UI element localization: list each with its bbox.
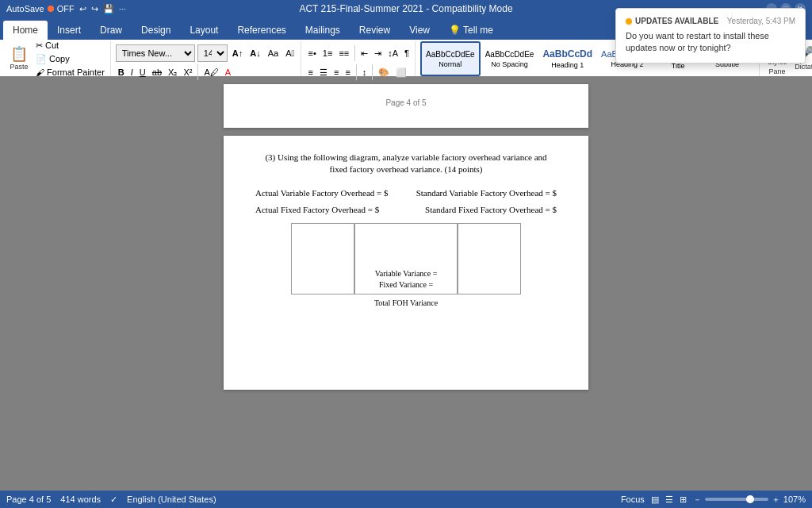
- zoom-slider[interactable]: [705, 498, 768, 501]
- strikethrough-button[interactable]: ab: [150, 64, 164, 81]
- save-icon[interactable]: 💾: [103, 4, 114, 14]
- paragraph-group: ≡• 1≡ ≡≡ ⇤ ⇥ ↕A ¶ ≡ ☰ ≡ ≡ ↕ 🎨 ⬜: [303, 41, 416, 76]
- title-bar-left: AutoSave OFF ↩ ↪ 💾 ···: [6, 4, 126, 14]
- bold-button[interactable]: B: [116, 64, 127, 81]
- question-text: (3) Using the following diagram, analyze…: [255, 152, 557, 176]
- shading-button[interactable]: 🎨: [376, 64, 392, 81]
- line-spacing-button[interactable]: ↕: [360, 64, 370, 81]
- redo-icon[interactable]: ↪: [91, 4, 98, 14]
- align-left-button[interactable]: ≡: [306, 64, 316, 81]
- change-case-button[interactable]: Aa: [266, 44, 281, 62]
- underline-button[interactable]: U: [137, 64, 148, 81]
- undo-icon[interactable]: ↩: [79, 4, 86, 14]
- document-page[interactable]: (3) Using the following diagram, analyze…: [224, 136, 588, 390]
- more-icon[interactable]: ···: [119, 4, 126, 13]
- variable-variance-label: Variable Variance =: [375, 268, 438, 279]
- doc-title-text: ACT 215-Final-Summer 2021 - Compatibilit…: [299, 3, 512, 14]
- superscript-button[interactable]: X²: [181, 64, 194, 81]
- tab-tell-me[interactable]: 💡 Tell me: [439, 21, 503, 40]
- divider: [197, 64, 198, 80]
- numbering-button[interactable]: 1≡: [320, 44, 335, 62]
- tab-review[interactable]: Review: [350, 21, 400, 40]
- notification-popup: UPDATES AVAILABLE Yesterday, 5:43 PM Do …: [615, 8, 806, 64]
- paste-group: 📋 Paste ✂ Cut 📄 Copy 🖌 Format Painter: [3, 41, 111, 76]
- tab-insert[interactable]: Insert: [48, 21, 90, 40]
- zoom-out-button[interactable]: －: [693, 494, 702, 506]
- decrease-indent-button[interactable]: ⇤: [358, 44, 370, 62]
- status-bar: Page 4 of 5 414 words ✓ English (United …: [0, 491, 812, 508]
- focus-label[interactable]: Focus: [621, 495, 645, 504]
- language[interactable]: English (United States): [127, 495, 216, 504]
- tab-draw[interactable]: Draw: [90, 21, 132, 40]
- tab-mailings[interactable]: Mailings: [296, 21, 350, 40]
- overhead-fields-row1: Actual Variable Factory Overhead = $ Sta…: [255, 187, 557, 199]
- sort-button[interactable]: ↕A: [385, 44, 400, 62]
- style-normal[interactable]: AaBbCcDdEe Normal: [420, 41, 481, 76]
- tab-view[interactable]: View: [400, 21, 439, 40]
- autosave-dot: [48, 6, 54, 12]
- bullets-button[interactable]: ≡•: [306, 44, 319, 62]
- paste-button[interactable]: 📋 Paste: [6, 41, 32, 76]
- paste-icon: 📋: [10, 47, 28, 61]
- view-web-icon[interactable]: ⊞: [680, 495, 687, 505]
- cut-button[interactable]: ✂ Cut: [33, 40, 107, 52]
- clear-format-button[interactable]: A⃝: [283, 44, 297, 62]
- tab-design[interactable]: Design: [132, 21, 180, 40]
- italic-button[interactable]: I: [128, 64, 136, 81]
- status-right: Focus ▤ ☰ ⊞ － ＋ 107%: [621, 494, 806, 506]
- spell-check-icon[interactable]: ✓: [110, 495, 117, 505]
- autosave-area: AutoSave OFF: [6, 4, 75, 13]
- tab-home[interactable]: Home: [3, 21, 48, 40]
- actual-variable-label: Actual Variable Factory Overhead = $: [255, 187, 389, 199]
- lightbulb-icon: 💡: [449, 25, 461, 36]
- divider3: [356, 64, 357, 80]
- notification-header: UPDATES AVAILABLE Yesterday, 5:43 PM: [626, 17, 795, 25]
- notification-badge: [626, 18, 632, 25]
- tab-layout[interactable]: Layout: [180, 21, 228, 40]
- overhead-fields-row2: Actual Fixed Factory Overhead = $ Standa…: [255, 204, 557, 216]
- borders-button[interactable]: ⬜: [393, 64, 409, 81]
- font-family-select[interactable]: Times New...: [116, 44, 195, 62]
- diagram-box-center: Variable Variance = Fixed Variance =: [354, 223, 458, 294]
- increase-font-button[interactable]: A↑: [230, 44, 245, 62]
- actual-fixed-label: Actual Fixed Factory Overhead = $: [255, 204, 379, 216]
- page-info: Page 4 of 5: [6, 495, 51, 504]
- show-marks-button[interactable]: ¶: [402, 44, 412, 62]
- zoom-thumb[interactable]: [746, 495, 754, 503]
- autosave-state: OFF: [57, 4, 75, 13]
- copy-button[interactable]: 📄 Copy: [33, 53, 107, 65]
- font-size-select[interactable]: 14: [197, 44, 228, 62]
- decrease-font-button[interactable]: A↓: [247, 44, 262, 62]
- align-center-button[interactable]: ☰: [317, 64, 330, 81]
- font-color-button[interactable]: A: [223, 64, 233, 81]
- diagram-box-left: [291, 223, 354, 294]
- view-read-icon[interactable]: ▤: [651, 495, 659, 505]
- autosave-label: AutoSave: [6, 4, 44, 13]
- notification-title: UPDATES AVAILABLE: [626, 17, 718, 25]
- style-no-spacing[interactable]: AaBbCcDdEe No Spacing: [481, 41, 538, 76]
- text-highlight-button[interactable]: A🖊: [201, 64, 220, 81]
- justify-button[interactable]: ≡: [343, 64, 352, 81]
- variance-diagram: Variable Variance = Fixed Variance = Tot…: [255, 223, 557, 309]
- status-left: Page 4 of 5 414 words ✓ English (United …: [6, 495, 216, 505]
- document-title: ACT 215-Final-Summer 2021 - Compatibilit…: [299, 3, 512, 14]
- total-foh-label: Total FOH Variance: [374, 298, 438, 309]
- style-heading1[interactable]: AaBbCcDd Heading 1: [538, 41, 596, 76]
- format-painter-button[interactable]: 🖌 Format Painter: [33, 67, 107, 78]
- standard-fixed-label: Standard Fixed Factory Overhead = $: [425, 204, 557, 216]
- subscript-button[interactable]: X₂: [166, 64, 179, 81]
- zoom-level: 107%: [783, 495, 806, 504]
- increase-indent-button[interactable]: ⇥: [372, 44, 384, 62]
- document-area: Page 4 of 5 (3) Using the following diag…: [0, 76, 812, 491]
- notification-body: Do you want to restart to install these …: [626, 30, 795, 55]
- standard-variable-label: Standard Variable Factory Overhead = $: [416, 187, 557, 199]
- multilevel-list-button[interactable]: ≡≡: [336, 44, 351, 62]
- align-right-button[interactable]: ≡: [331, 64, 341, 81]
- divider4: [372, 64, 373, 80]
- notification-time: Yesterday, 5:43 PM: [727, 17, 795, 25]
- fixed-variance-label: Fixed Variance =: [379, 279, 433, 291]
- tab-references[interactable]: References: [228, 21, 295, 40]
- diagram-boxes-row: Variable Variance = Fixed Variance =: [291, 223, 521, 294]
- zoom-in-button[interactable]: ＋: [772, 494, 780, 506]
- view-print-icon[interactable]: ☰: [665, 495, 673, 505]
